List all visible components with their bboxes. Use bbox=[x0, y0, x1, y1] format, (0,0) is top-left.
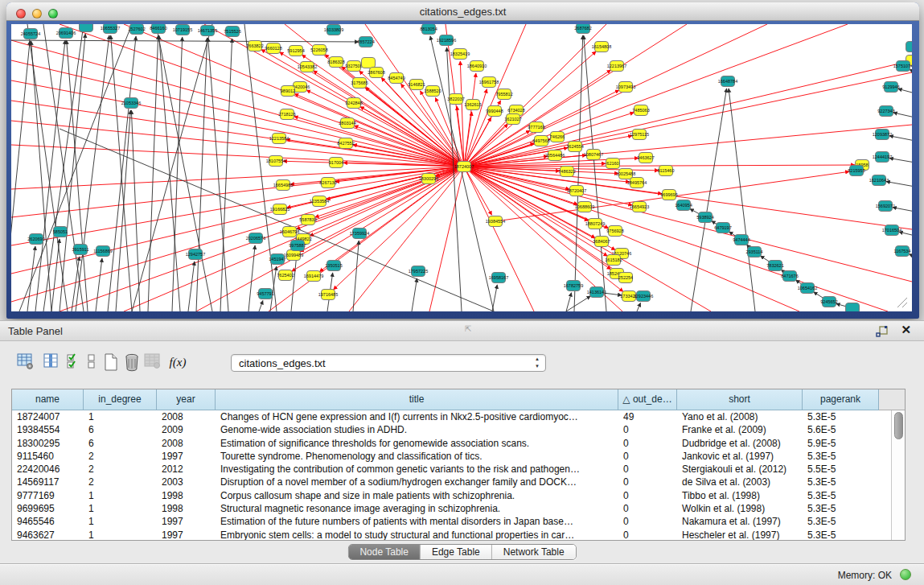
edge-red[interactable] bbox=[464, 167, 630, 182]
table-row[interactable]: 1938455462009Genome-wide association stu… bbox=[12, 423, 891, 436]
column-header[interactable]: title bbox=[216, 389, 618, 410]
edge-red[interactable] bbox=[335, 167, 464, 182]
splitter-grip-icon[interactable]: ⇱ bbox=[465, 324, 474, 334]
edge-black[interactable] bbox=[96, 258, 102, 311]
edge-black[interactable] bbox=[60, 34, 85, 311]
graph-node-label: 8427552 bbox=[337, 141, 354, 146]
edge-black[interactable] bbox=[208, 38, 228, 311]
network-view-canvas[interactable]: 1872400718300295193845547663822966012859… bbox=[11, 24, 912, 311]
edge-black[interactable] bbox=[889, 159, 912, 163]
table-column-icon bbox=[43, 352, 60, 370]
table-selector[interactable]: citations_edges.txt ▲▼ bbox=[231, 354, 546, 372]
edge-black[interactable] bbox=[131, 110, 140, 311]
selector-spinner-icon[interactable]: ▲▼ bbox=[535, 356, 540, 370]
edge-red[interactable] bbox=[294, 117, 464, 167]
edge-black[interactable] bbox=[196, 38, 207, 311]
graph-node-label: 16210643 bbox=[869, 178, 889, 183]
table-cell: Dudbridge et al. (2008) bbox=[677, 437, 803, 450]
graph-node-label: 15692071 bbox=[876, 204, 895, 208]
select-all-button[interactable] bbox=[64, 352, 84, 372]
column-header[interactable]: name bbox=[12, 389, 84, 410]
table-row[interactable]: 2242004622012Investigating the contribut… bbox=[12, 463, 891, 476]
float-panel-icon[interactable] bbox=[876, 325, 889, 338]
edge-black[interactable] bbox=[893, 208, 912, 212]
edge-red[interactable] bbox=[464, 62, 906, 167]
deselect-all-button[interactable] bbox=[82, 352, 101, 372]
resize-grip-icon[interactable] bbox=[897, 298, 907, 307]
edge-black[interactable] bbox=[72, 257, 80, 311]
table-row[interactable]: 969969511998Structural magnetic resonanc… bbox=[12, 502, 891, 515]
table-row[interactable]: 1872400712008Changes of HCN gene express… bbox=[12, 410, 891, 423]
tab-network-table[interactable]: Network Table bbox=[492, 545, 576, 559]
edge-red[interactable] bbox=[11, 145, 464, 167]
table-row[interactable]: 911546021997Tourette syndrome. Phenomeno… bbox=[12, 450, 891, 463]
tab-node-table[interactable]: Node Table bbox=[348, 545, 421, 559]
edge-black[interactable] bbox=[248, 245, 255, 311]
edge-black[interactable] bbox=[19, 24, 132, 311]
edge-black[interactable] bbox=[898, 89, 912, 93]
network-graph[interactable]: 1872400718300295193845547663822966012859… bbox=[11, 24, 912, 311]
edge-red[interactable] bbox=[464, 24, 848, 167]
edge-red[interactable] bbox=[464, 167, 912, 282]
table-scrollbar[interactable] bbox=[891, 410, 905, 540]
edge-red[interactable] bbox=[11, 167, 464, 189]
graph-node-label: 11156869 bbox=[93, 249, 113, 253]
scrollbar-thumb[interactable] bbox=[894, 412, 903, 439]
table-row[interactable]: 946554611997Estimation of the future num… bbox=[12, 515, 891, 528]
table-row[interactable]: 1456911722003Disruption of a novel membe… bbox=[12, 476, 891, 488]
function-builder-button[interactable]: f(x) bbox=[166, 352, 190, 372]
table-row[interactable]: 946362711997Embryonic stem cells: a mode… bbox=[12, 529, 891, 540]
edge-black[interactable] bbox=[584, 35, 606, 311]
edge-black[interactable] bbox=[27, 246, 35, 311]
delete-column-button[interactable] bbox=[122, 352, 142, 372]
column-header[interactable]: short bbox=[677, 389, 803, 410]
column-header[interactable]: pagerank bbox=[803, 389, 879, 410]
edge-black[interactable] bbox=[291, 253, 297, 311]
table-row[interactable]: 1830029562008Estimation of significance … bbox=[12, 437, 891, 450]
edge-black[interactable] bbox=[188, 262, 195, 311]
column-header[interactable]: in_degree bbox=[84, 389, 157, 410]
edge-red[interactable] bbox=[326, 167, 464, 200]
edge-black[interactable] bbox=[637, 303, 641, 311]
edge-black[interactable] bbox=[447, 47, 462, 311]
edge-black[interactable] bbox=[889, 136, 912, 141]
edge-black[interactable] bbox=[11, 40, 359, 42]
column-header[interactable]: year bbox=[157, 389, 216, 410]
graph-node[interactable] bbox=[362, 58, 376, 68]
close-panel-icon[interactable]: ✕ bbox=[901, 323, 911, 337]
edge-black[interactable] bbox=[353, 241, 359, 311]
graph-node[interactable] bbox=[80, 24, 93, 32]
edge-black[interactable] bbox=[244, 24, 277, 311]
edge-black[interactable] bbox=[11, 41, 30, 311]
edge-black[interactable] bbox=[148, 35, 158, 311]
edge-black[interactable] bbox=[893, 113, 912, 117]
edge-black[interactable] bbox=[220, 39, 232, 311]
edge-red[interactable] bbox=[310, 167, 464, 236]
tab-edge-table[interactable]: Edge Table bbox=[421, 545, 492, 559]
node-table: namein_degreeyeartitle△ out_de…shortpage… bbox=[11, 389, 906, 541]
graph-node[interactable] bbox=[846, 303, 860, 312]
edge-black[interactable] bbox=[35, 40, 65, 311]
edge-black[interactable] bbox=[492, 285, 497, 311]
edge-red[interactable] bbox=[464, 72, 912, 167]
edge-black[interactable] bbox=[729, 89, 755, 311]
edge-black[interactable] bbox=[132, 24, 212, 311]
table-mode-button[interactable] bbox=[16, 352, 35, 372]
edge-black[interactable] bbox=[51, 239, 60, 311]
graph-node-label: 10973493 bbox=[616, 84, 635, 89]
edge-red[interactable] bbox=[204, 24, 464, 167]
delete-table-button[interactable] bbox=[143, 352, 162, 372]
edge-black[interactable] bbox=[259, 300, 263, 311]
edge-red[interactable] bbox=[464, 167, 888, 311]
new-column-button[interactable] bbox=[101, 352, 121, 372]
show-columns-button[interactable] bbox=[42, 352, 61, 372]
edge-black[interactable] bbox=[108, 36, 136, 311]
edge-black[interactable] bbox=[886, 182, 912, 187]
window-titlebar[interactable]: citations_edges.txt bbox=[6, 2, 919, 21]
edge-black[interactable] bbox=[111, 35, 132, 311]
graph-node[interactable] bbox=[906, 42, 913, 52]
column-header[interactable]: △ out_de… bbox=[618, 389, 677, 410]
table-row[interactable]: 977716911998Corpus callosum shape and si… bbox=[12, 489, 891, 502]
edge-black[interactable] bbox=[156, 24, 212, 311]
edge-black[interactable] bbox=[412, 278, 417, 311]
